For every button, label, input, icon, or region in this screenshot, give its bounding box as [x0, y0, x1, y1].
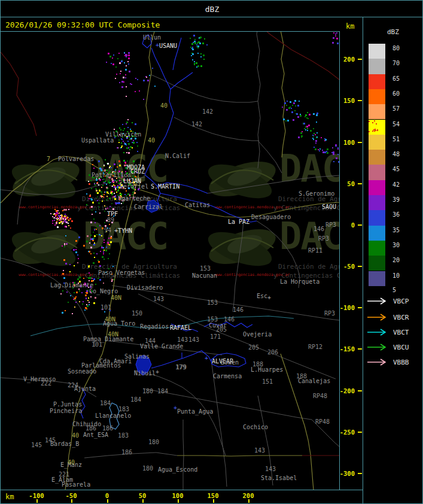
map-route-label: 184	[130, 397, 141, 403]
colorbar-speckle	[372, 122, 373, 123]
map-route-label: 150	[132, 311, 142, 317]
map-place-label: Polvaredas	[58, 156, 94, 162]
map-marker-cross: +	[205, 356, 208, 362]
map-route-label: 188	[252, 362, 263, 368]
bottom-axis-tick-label: 0	[96, 493, 118, 499]
colorbar-speckle	[376, 123, 377, 125]
side-panel-border	[363, 17, 363, 504]
right-axis-tick	[358, 307, 362, 308]
right-axis-tick	[358, 59, 362, 60]
map-place-label: S.Geronimo	[299, 191, 334, 197]
map-route-label: 142	[191, 122, 202, 127]
colorbar-scale-label: 48	[392, 151, 400, 157]
window-title: dBZ	[1, 5, 423, 14]
map-route-label: 180	[142, 388, 153, 394]
colorbar-speckle	[369, 121, 370, 122]
map-place-label: +TYHN	[114, 228, 132, 234]
map-place-label: Agua_Escond	[158, 467, 197, 473]
map-route-label: RP48	[315, 419, 330, 425]
gray-lines	[1, 31, 339, 490]
map-route-label: 179	[176, 365, 187, 371]
map-route-label: 143	[188, 337, 199, 343]
bottom-axis-tick-label: -50	[60, 493, 82, 499]
map-place-label: Ant_ESA	[83, 432, 108, 438]
bottom-axis-tick-label: 100	[167, 493, 188, 499]
right-axis-tick-label: -250	[339, 429, 355, 436]
map-route-label: 180	[142, 466, 153, 472]
axis-unit-top: km	[346, 22, 354, 31]
colorbar-speckle	[375, 130, 376, 131]
map-marker-cross: +	[267, 295, 271, 301]
map-route-label: 143	[177, 337, 188, 343]
right-axis-tick-label: -100	[339, 305, 355, 311]
map-road-label: 40	[68, 460, 75, 466]
map-route-label: 144	[145, 338, 156, 344]
map-route-label: 151	[262, 379, 273, 385]
map-place-label: Desaguadero	[251, 214, 291, 220]
colorbar-scale-label: 36	[392, 212, 400, 218]
map-road-label: 40N	[105, 317, 115, 323]
colorbar-speckle	[372, 130, 373, 132]
map-place-label: S.MARTIN	[151, 184, 179, 190]
bottom-axis-tick	[178, 499, 179, 503]
map-route-label: 222	[41, 381, 51, 387]
colorbar-scale-label: 60	[392, 91, 400, 97]
map-marker-cross: +	[174, 405, 177, 411]
right-axis-tick-label: 100	[339, 139, 355, 146]
colorbar-segment	[369, 104, 385, 119]
right-axis-tick	[358, 266, 362, 267]
map-place-label: Carrizal	[134, 204, 163, 210]
map-route-label: RP48	[313, 393, 327, 399]
bottom-axis-tick	[142, 499, 144, 503]
map-route-label: RP3	[318, 236, 329, 242]
map-route-label: 89	[107, 217, 114, 223]
colorbar-speckle	[374, 120, 375, 122]
map-route-label: 101	[101, 305, 111, 311]
radar-app-window: dBZ 2026/01/26 09:32:00 UTC Composite km…	[0, 0, 423, 504]
map-place-label: Lag.Diamante	[50, 283, 93, 289]
map-place-label: N.Calif	[165, 153, 190, 159]
right-axis-tick	[358, 390, 362, 391]
legend-arrow-label: VBCR	[393, 314, 409, 321]
map-road-label: 40	[72, 433, 79, 439]
map-route-label: 184	[157, 388, 168, 394]
colorbar-scale-label: 30	[392, 242, 400, 248]
map-place-label: Pasarela	[62, 482, 90, 488]
timestamp: 2026/01/26 09:32:00 UTC Composite	[5, 20, 160, 29]
legend-arrow-label: VBCU	[393, 344, 409, 351]
colorbar-segment	[369, 120, 385, 135]
right-axis-tick	[358, 142, 362, 143]
map-place-label: Sosneado	[68, 369, 96, 375]
map-route-label: 94	[104, 227, 111, 233]
vbcr-arrow-icon	[367, 313, 388, 321]
colorbar-segment	[369, 210, 385, 225]
map-route-label: 183	[118, 406, 129, 412]
map-road-label: 40	[148, 138, 155, 144]
map-place-label: L.Huarpes	[251, 367, 283, 373]
colorbar-speckle	[377, 130, 378, 131]
map-top-border	[1, 31, 339, 32]
map-place-label: Paso_Vergetas	[98, 270, 145, 276]
map-place-label: Ovejeria	[243, 332, 272, 338]
right-axis-tick-label: -50	[339, 263, 355, 270]
map-place-label: Divisadero	[127, 285, 163, 291]
map-place-label: Catitas	[185, 202, 210, 208]
colorbar-scale-label: 20	[392, 257, 400, 263]
vbbb-arrow-icon	[367, 358, 388, 366]
map-route-label: RP12	[308, 344, 322, 350]
colorbar-title: dBZ	[387, 28, 399, 36]
map-route-label: 146	[224, 317, 235, 323]
map-road-label: 40N	[108, 332, 118, 338]
right-axis-tick-label: 150	[339, 98, 355, 104]
right-axis-tick	[358, 100, 362, 101]
colorbar-scale-label: 70	[392, 60, 400, 66]
legend-arrow-label: VBBB	[393, 359, 409, 366]
map-route-label: 186	[121, 450, 132, 456]
map-place-label: Ugarteche	[118, 196, 150, 202]
map-route-label: 153	[207, 317, 218, 323]
map-route-label: 183	[118, 433, 129, 439]
legend-arrow-label: VBCT	[393, 329, 409, 336]
map-place-label: Nacunan	[192, 273, 217, 279]
map-place-label: Pincheira	[50, 408, 82, 414]
bottom-axis-tick-label: 150	[202, 493, 224, 499]
